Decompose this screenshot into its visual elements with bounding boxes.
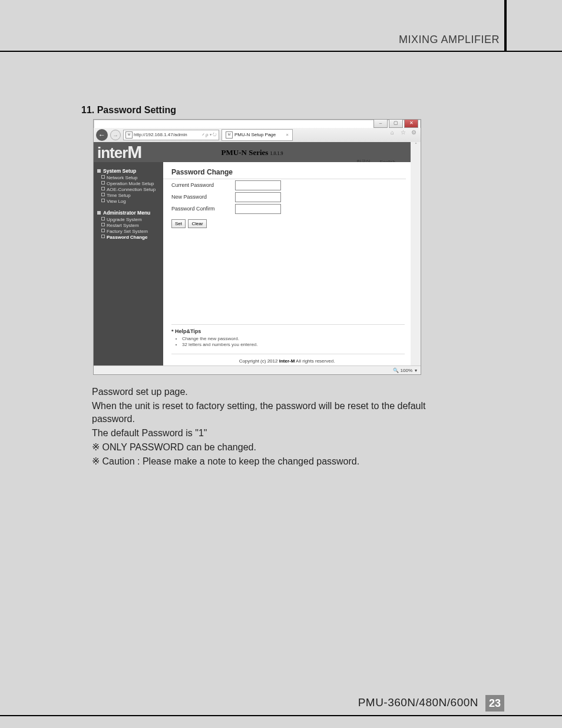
browser-toolbar: ← → M http://192.168.1.47/admin 𝄍 ρ ▾ ↻ …	[94, 128, 421, 143]
window-controls: – ▢ ✕	[373, 119, 418, 127]
content-panel: Password Change Current Password New Pas…	[163, 162, 411, 366]
address-controls-icon: 𝄍 ρ ▾ ↻	[202, 130, 217, 140]
sidebar-item-restart[interactable]: Restart System	[101, 223, 167, 228]
row-current-password: Current Password	[163, 179, 411, 191]
input-new-password[interactable]	[235, 192, 281, 202]
sidebar-item-opmode[interactable]: Operation Mode Setup	[101, 181, 167, 186]
desc-line: ※ Caution : Please make a note to keep t…	[92, 455, 457, 468]
sidebar-item-upgrade[interactable]: Upgrade System	[101, 217, 167, 222]
label-current-password: Current Password	[171, 182, 235, 188]
header-rule-stub	[504, 0, 507, 52]
zoom-indicator[interactable]: 🔍 100%	[393, 368, 412, 373]
browser-tab[interactable]: M PMU-N Setup Page ×	[222, 129, 293, 141]
browser-statusbar: 🔍 100% ▾	[94, 365, 421, 374]
sidebar-item-viewlog[interactable]: View Log	[101, 199, 167, 204]
content-title: Password Change	[163, 162, 406, 179]
copyright-line: Copyright (c) 2012 Inter-M All rights re…	[163, 358, 411, 364]
sidebar-item-time[interactable]: Time Setup	[101, 193, 167, 198]
sidebar-nav: System Setup Network Setup Operation Mod…	[94, 162, 170, 366]
browser-window: – ▢ ✕ ← → M http://192.168.1.47/admin 𝄍 …	[93, 119, 421, 375]
tab-favicon-icon: M	[226, 131, 233, 139]
document-header: MIXING AMPLIFIER	[399, 34, 500, 46]
favorites-icon[interactable]: ☆	[399, 129, 406, 136]
row-new-password: New Password	[163, 191, 411, 203]
sidebar-item-password[interactable]: Password Change	[101, 235, 167, 240]
arrow-left-icon: ←	[98, 131, 105, 139]
series-title: PMU-N Series1.0.1.9	[94, 148, 411, 157]
arrow-right-icon: →	[113, 132, 118, 139]
url-text: http://192.168.1.47/admin	[134, 130, 187, 140]
help-item: Change the new password.	[182, 336, 405, 341]
section-heading: 11. Password Setting	[81, 105, 176, 116]
sidebar-item-factory[interactable]: Factory Set System	[101, 229, 167, 234]
button-row: Set Clear	[163, 215, 411, 228]
help-item: 32 letters and numbers you entered.	[182, 342, 405, 347]
help-title: * Help&Tips	[171, 328, 405, 334]
sidebar-group-system: System Setup	[97, 168, 167, 174]
toolbar-right-icons: ⌂ ☆ ⚙	[389, 129, 417, 136]
description-text: Password set up page. When the unit is r…	[92, 386, 457, 469]
settings-icon[interactable]: ⚙	[410, 129, 417, 136]
row-confirm-password: Password Confirm	[163, 203, 411, 215]
desc-line: Password set up page.	[92, 386, 457, 398]
web-page: interM PMU-N Series1.0.1.9 한국어 English S…	[94, 142, 411, 374]
set-button[interactable]: Set	[171, 219, 186, 228]
label-new-password: New Password	[171, 194, 235, 200]
footer-rule	[0, 715, 562, 716]
tab-title: PMU-N Setup Page	[234, 130, 276, 140]
back-button[interactable]: ←	[96, 129, 108, 141]
sidebar-item-aoe[interactable]: AOE-Connection Setup	[101, 187, 167, 192]
footer-page-number: 23	[485, 695, 504, 711]
home-icon[interactable]: ⌂	[389, 129, 396, 136]
header-rule	[0, 51, 562, 52]
tab-close-icon[interactable]: ×	[286, 130, 289, 140]
favicon-icon: M	[125, 131, 133, 139]
input-current-password[interactable]	[235, 180, 281, 190]
vertical-scrollbar[interactable]: ˄ ˅	[410, 142, 421, 374]
minimize-button[interactable]: –	[373, 119, 388, 128]
desc-line: When the unit is reset to factory settin…	[92, 400, 457, 426]
zoom-dropdown-icon[interactable]: ▾	[415, 368, 417, 373]
maximize-button[interactable]: ▢	[389, 119, 403, 128]
forward-button[interactable]: →	[110, 130, 121, 140]
scroll-up-icon[interactable]: ˄	[411, 142, 421, 150]
sidebar-group-admin: Administrator Menu	[97, 210, 167, 216]
sidebar-item-network[interactable]: Network Setup	[101, 175, 167, 180]
label-confirm-password: Password Confirm	[171, 206, 235, 212]
input-confirm-password[interactable]	[235, 204, 281, 214]
help-tips: * Help&Tips Change the new password. 32 …	[171, 324, 405, 354]
desc-line: The default Password is "1"	[92, 427, 457, 440]
desc-line: ※ ONLY PASSWORD can be changed.	[92, 441, 457, 454]
footer-model: PMU-360N/480N/600N	[358, 696, 478, 709]
close-button[interactable]: ✕	[404, 119, 418, 128]
address-bar[interactable]: M http://192.168.1.47/admin 𝄍 ρ ▾ ↻	[123, 130, 219, 140]
clear-button[interactable]: Clear	[188, 219, 206, 228]
